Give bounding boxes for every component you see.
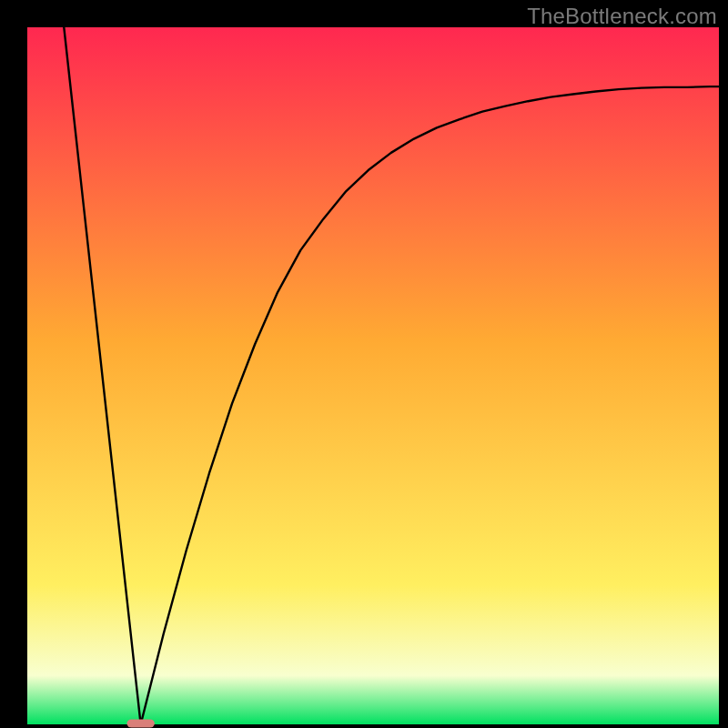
chart-frame: TheBottleneck.com [0,0,728,728]
plot-background [27,27,719,724]
watermark-text: TheBottleneck.com [527,4,717,29]
bottleneck-plot-svg [0,0,728,728]
optimum-marker [126,719,154,727]
